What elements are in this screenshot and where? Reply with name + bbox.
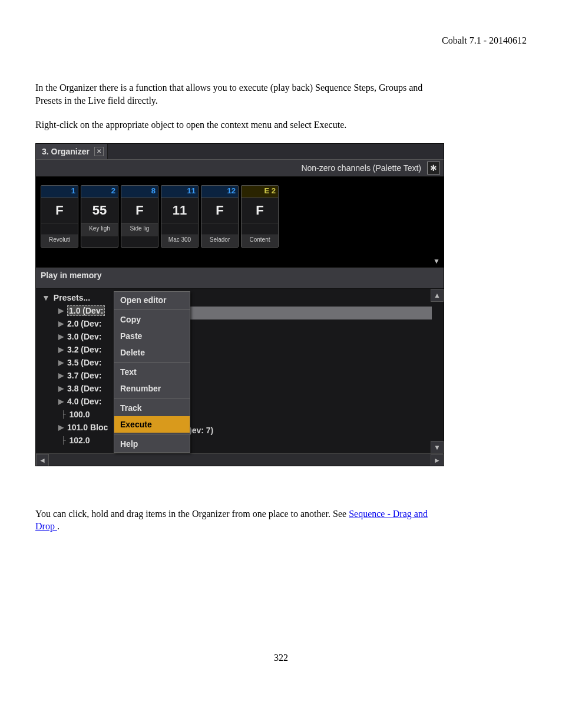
chevron-right-icon: ▶: [58, 358, 64, 367]
channel-number: 8: [121, 186, 158, 198]
horizontal-scrollbar[interactable]: ◄ ►: [36, 453, 444, 466]
tree-item-label: 1.0 (Dev:: [67, 305, 105, 316]
chevron-right-icon: ▶: [58, 307, 64, 315]
tree-item[interactable]: ▶4.0 (Dev:: [42, 395, 444, 408]
tree-item-label: 101.0 Bloc: [67, 423, 108, 432]
menu-separator: [114, 434, 190, 434]
tree-item[interactable]: ├102.0: [42, 434, 444, 447]
context-menu: Open editorCopyPasteDeleteTextRenumberTr…: [114, 291, 190, 453]
section-bar: Play in memory: [36, 268, 444, 289]
channel-value: F: [201, 198, 238, 223]
menu-separator: [114, 398, 190, 398]
organizer-screenshot: 3. Organizer ✕ Non-zero channels (Palett…: [35, 143, 444, 466]
menu-item-execute[interactable]: Execute: [114, 416, 190, 433]
chevron-right-icon: ▶: [58, 319, 64, 328]
status-row: Non-zero channels (Palette Text) ✱: [36, 159, 444, 177]
tree-item[interactable]: ▶3.8 (Dev:: [42, 382, 444, 395]
tree-branch-icon: ├: [61, 410, 66, 419]
channel-cell[interactable]: 255Key ligh: [81, 185, 118, 248]
channel-value: 55: [81, 198, 118, 223]
tree-item-label: 3.5 (Dev:: [67, 358, 101, 367]
channel-sublabel: Side lig: [121, 223, 158, 236]
channel-sublabel: [41, 223, 78, 235]
chevron-right-icon: ▶: [58, 345, 64, 354]
tab-organizer[interactable]: 3. Organizer ✕: [36, 144, 108, 159]
tree-item-label: 2.0 (Dev:: [67, 319, 101, 328]
channel-footer: Revoluti: [41, 235, 78, 247]
channel-number: 2: [81, 186, 118, 198]
page-number: 322: [0, 653, 562, 663]
chevron-right-icon: ▶: [58, 371, 64, 380]
chevron-right-icon: ▶: [58, 423, 64, 431]
chevron-right-icon: ▶: [58, 384, 64, 393]
tree-item[interactable]: ▶1.0 (Dev:: [42, 304, 444, 317]
tree-item-label: 3.2 (Dev:: [67, 345, 101, 354]
menu-item-paste[interactable]: Paste: [114, 328, 190, 344]
outro-text-a: You can click, hold and drag items in th…: [35, 509, 349, 519]
channel-value: 11: [161, 198, 198, 223]
menu-separator: [114, 362, 190, 363]
status-text: Non-zero channels (Palette Text): [301, 163, 421, 173]
tree-item[interactable]: ▶3.5 (Dev:: [42, 356, 444, 369]
channel-cell[interactable]: 1111Mac 300: [161, 185, 199, 248]
tree-root-label: Presets...: [54, 293, 90, 302]
channel-number: E 2: [242, 186, 278, 198]
scroll-left-icon[interactable]: ◄: [36, 454, 49, 466]
tree-item-label: 102.0: [70, 436, 90, 445]
tree-item[interactable]: ▶3.2 (Dev:: [42, 343, 444, 356]
channel-value: F: [41, 198, 78, 223]
outro-text-b: .: [57, 521, 59, 531]
channel-cell[interactable]: 12FSelador: [201, 185, 239, 248]
menu-item-delete[interactable]: Delete: [114, 344, 190, 361]
tree-item-label: 3.8 (Dev:: [67, 384, 101, 393]
tree-branch-icon: ├: [61, 436, 66, 444]
tree-item-label: 3.0 (Dev:: [67, 332, 101, 341]
channel-sublabel: [242, 223, 278, 235]
menu-item-open-editor[interactable]: Open editor: [114, 292, 190, 308]
tree-item[interactable]: ▶101.0 Bloc: [42, 421, 444, 434]
tree-item-label: 3.7 (Dev:: [67, 371, 101, 380]
intro-paragraph-1: In the Organizer there is a function tha…: [35, 81, 448, 107]
menu-separator: [114, 309, 190, 310]
channel-footer: [81, 236, 118, 247]
outro-paragraph: You can click, hold and drag items in th…: [35, 508, 448, 533]
intro-paragraph-2: Right-click on the appropriate object to…: [35, 118, 448, 131]
channel-cells-area: 1FRevoluti255Key ligh8FSide lig1111Mac 3…: [36, 177, 444, 268]
channel-footer: Selador: [201, 235, 238, 247]
tree-item-label: 100.0: [70, 410, 90, 419]
channel-number: 12: [201, 186, 238, 198]
close-icon[interactable]: ✕: [94, 147, 104, 156]
tree-pane: ▲ ▼ ▼ Presets... ▶1.0 (Dev:▶2.0 (Dev:▶3.…: [36, 289, 444, 466]
scroll-right-icon[interactable]: ►: [431, 454, 444, 466]
tree-item-label: 4.0 (Dev:: [67, 397, 101, 406]
channel-number: 1: [41, 186, 78, 198]
menu-item-help[interactable]: Help: [114, 436, 190, 452]
channel-value: F: [121, 198, 158, 223]
chevron-down-icon: ▼: [42, 293, 50, 302]
menu-item-text[interactable]: Text: [114, 364, 190, 380]
menu-item-renumber[interactable]: Renumber: [114, 380, 190, 397]
gear-icon[interactable]: ✱: [427, 162, 440, 174]
tree-item[interactable]: ├100.0: [42, 408, 444, 421]
channel-cell[interactable]: 1FRevoluti: [41, 185, 78, 248]
menu-item-track[interactable]: Track: [114, 400, 190, 416]
channel-number: 11: [161, 186, 198, 198]
channel-sublabel: [201, 223, 238, 235]
channel-footer: Mac 300: [161, 235, 198, 247]
tree-item[interactable]: ▶3.0 (Dev:: [42, 330, 444, 343]
tree-item[interactable]: ▶3.7 (Dev:: [42, 369, 444, 382]
chevron-right-icon: ▶: [58, 397, 64, 406]
tab-title: 3. Organizer: [42, 147, 90, 156]
channel-sublabel: Key ligh: [81, 223, 118, 236]
channel-cell[interactable]: 8FSide lig: [121, 185, 158, 248]
tree-root[interactable]: ▼ Presets...: [42, 291, 444, 304]
chevron-right-icon: ▶: [58, 332, 64, 341]
channel-cell[interactable]: E 2FContent: [241, 185, 279, 248]
channel-footer: Content: [242, 235, 278, 247]
menu-item-copy[interactable]: Copy: [114, 311, 190, 328]
chevron-down-icon[interactable]: ▼: [433, 257, 440, 265]
tree-item[interactable]: ▶2.0 (Dev:: [42, 317, 444, 330]
channel-value: F: [242, 198, 278, 223]
page-header: Cobalt 7.1 - 20140612: [35, 35, 527, 46]
channel-footer: [121, 236, 158, 247]
